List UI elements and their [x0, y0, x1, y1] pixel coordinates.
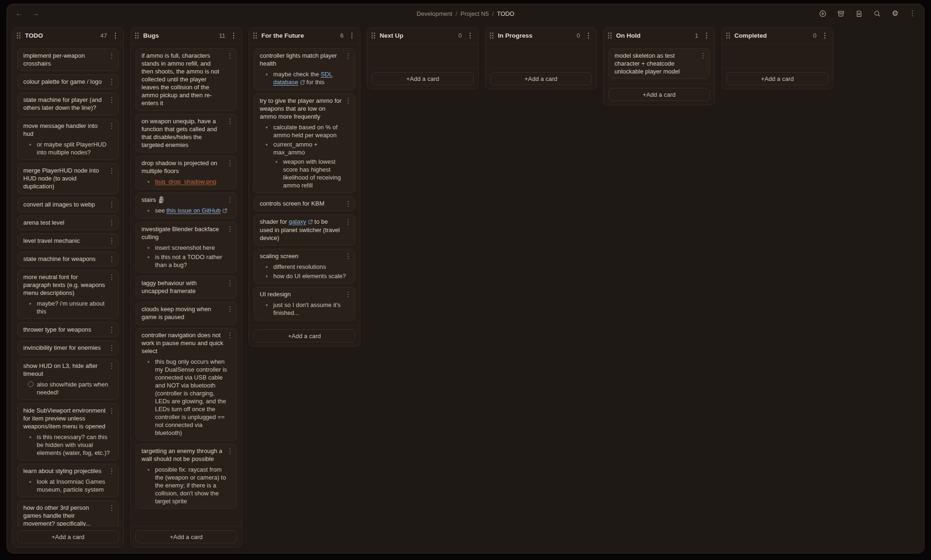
kanban-card[interactable]: colour palette for game / logo — [17, 74, 119, 89]
card-menu-icon[interactable] — [108, 219, 115, 227]
card-menu-icon[interactable] — [108, 201, 115, 208]
add-card-button[interactable]: +Add a card — [17, 530, 119, 543]
drag-handle-icon[interactable] — [490, 33, 493, 39]
column-menu-icon[interactable] — [112, 32, 119, 40]
kanban-card[interactable]: stairs 🗿see this issue on GitHub — [135, 193, 237, 219]
card-menu-icon[interactable] — [227, 160, 233, 167]
kanban-card[interactable]: investigate Blender backface cullinginse… — [135, 222, 237, 273]
kanban-card[interactable]: arena test level — [17, 215, 119, 230]
column-menu-icon[interactable] — [703, 32, 710, 40]
kanban-card[interactable]: scaling screendifferent resolutionshow d… — [254, 249, 355, 284]
card-menu-icon[interactable] — [108, 52, 115, 60]
kanban-card[interactable]: controls screen for KBM — [254, 196, 355, 211]
add-card-button[interactable]: +Add a card — [490, 72, 592, 85]
plus-circle-icon[interactable] — [818, 9, 827, 18]
card-menu-icon[interactable] — [108, 167, 115, 174]
card-menu-icon[interactable] — [108, 504, 115, 512]
drag-handle-icon[interactable] — [17, 33, 20, 39]
kanban-card[interactable]: targetting an enemy through a wall shoul… — [135, 444, 237, 509]
kanban-card[interactable]: merge PlayerHUD node into HUD node (to a… — [17, 163, 119, 194]
column-menu-icon[interactable] — [585, 32, 592, 40]
kanban-card[interactable]: state machine for player (and others lat… — [17, 93, 119, 115]
kanban-card[interactable]: show HUD on L3, hide after timeoutalso s… — [17, 359, 119, 400]
card-menu-icon[interactable] — [108, 96, 115, 104]
kanban-card[interactable]: how do other 3rd person games handle the… — [17, 500, 119, 526]
search-icon[interactable] — [873, 9, 881, 18]
drag-handle-icon[interactable] — [135, 33, 139, 39]
forward-arrow-icon[interactable]: → — [32, 9, 40, 18]
archive-icon[interactable] — [837, 9, 845, 18]
breadcrumb-item[interactable]: TODO — [497, 10, 514, 17]
kanban-card[interactable]: try to give the player ammo for weapons … — [254, 93, 355, 193]
column-menu-icon[interactable] — [467, 32, 473, 40]
card-menu-icon[interactable] — [227, 118, 233, 125]
kanban-card[interactable]: invincibility timer for enemies — [17, 340, 119, 355]
card-menu-icon[interactable] — [108, 273, 115, 281]
card-menu-icon[interactable] — [227, 280, 233, 287]
drag-handle-icon[interactable] — [608, 33, 612, 39]
add-card-button[interactable]: +Add a card — [608, 88, 710, 101]
card-menu-icon[interactable] — [227, 196, 233, 204]
card-menu-icon[interactable] — [108, 467, 115, 475]
kanban-card[interactable]: model skeleton as test character + cheat… — [608, 48, 710, 79]
drag-handle-icon[interactable] — [371, 33, 375, 39]
card-menu-icon[interactable] — [345, 253, 351, 260]
breadcrumb-item[interactable]: Project N5 — [460, 10, 489, 17]
checkbox-circle-icon[interactable] — [28, 381, 34, 387]
kanban-card[interactable]: if ammo is full, characters stands in am… — [135, 48, 237, 111]
card-menu-icon[interactable] — [345, 97, 351, 105]
document-icon[interactable] — [855, 9, 863, 18]
card-menu-icon[interactable] — [345, 291, 351, 298]
kanban-card[interactable]: convert all images to webp — [17, 197, 119, 212]
kanban-card[interactable]: controller navigation does not work in p… — [135, 328, 237, 440]
card-link[interactable]: galaxy — [289, 218, 313, 225]
kanban-card[interactable]: clouds keep moving when game is paused — [135, 302, 237, 325]
card-menu-icon[interactable] — [345, 52, 351, 60]
kanban-card[interactable]: thrower type for weapons — [17, 322, 119, 337]
card-menu-icon[interactable] — [108, 78, 115, 86]
kanban-card[interactable]: hide SubViewport environment for item pr… — [17, 403, 119, 460]
column-menu-icon[interactable] — [349, 32, 355, 40]
card-menu-icon[interactable] — [108, 407, 115, 414]
kanban-card[interactable]: level travel mechanic — [17, 233, 119, 248]
card-menu-icon[interactable] — [227, 306, 233, 313]
card-menu-icon[interactable] — [345, 218, 351, 226]
card-menu-icon[interactable] — [700, 52, 706, 60]
add-card-button[interactable]: +Add a card — [372, 72, 473, 85]
card-menu-icon[interactable] — [108, 255, 115, 263]
settings-gear-icon[interactable]: ⚙ — [891, 9, 899, 18]
breadcrumb-item[interactable]: Development — [417, 10, 452, 17]
card-link[interactable]: this issue on GitHub — [167, 207, 227, 214]
card-menu-icon[interactable] — [108, 326, 115, 333]
card-menu-icon[interactable] — [345, 200, 351, 207]
kanban-card[interactable]: state machine for weapons — [17, 252, 119, 267]
card-menu-icon[interactable] — [227, 226, 233, 233]
drag-handle-icon[interactable] — [726, 33, 730, 39]
kanban-card[interactable]: more neutral font for paragraph texts (e… — [17, 270, 119, 319]
back-arrow-icon[interactable]: ← — [15, 9, 23, 18]
card-menu-icon[interactable] — [227, 447, 233, 455]
add-card-button[interactable]: +Add a card — [727, 72, 828, 85]
kanban-card[interactable]: implement per-weapon crosshairs — [17, 48, 119, 71]
kanban-card[interactable]: shader for galaxy to be used in planet s… — [254, 214, 355, 246]
kanban-card[interactable]: learn about styling projectileslook at I… — [17, 464, 119, 497]
kanban-card[interactable]: on weapon unequip, have a function that … — [135, 114, 237, 153]
column-menu-icon[interactable] — [230, 32, 237, 40]
add-card-button[interactable]: +Add a card — [254, 329, 355, 342]
card-menu-icon[interactable] — [108, 362, 115, 370]
drag-handle-icon[interactable] — [253, 33, 257, 39]
kanban-card[interactable]: controller lights match player healthmay… — [254, 48, 355, 90]
card-link[interactable]: bug_drop_shadow.png — [155, 178, 216, 185]
card-menu-icon[interactable] — [108, 122, 115, 130]
column-menu-icon[interactable] — [822, 32, 828, 40]
card-menu-icon[interactable] — [108, 237, 115, 245]
kanban-card[interactable]: drop shadow is projected on multiple flo… — [135, 156, 237, 189]
card-menu-icon[interactable] — [108, 344, 115, 352]
kanban-card[interactable]: laggy behaviour with uncapped framerate — [135, 276, 237, 299]
card-menu-icon[interactable] — [227, 332, 233, 339]
add-card-button[interactable]: +Add a card — [135, 530, 237, 543]
card-menu-icon[interactable] — [227, 52, 233, 60]
kanban-card[interactable]: move message handler into hudor maybe sp… — [17, 119, 119, 160]
kanban-card[interactable]: UI redesignjust so I don't assume it's f… — [254, 287, 355, 320]
overflow-menu-icon[interactable] — [909, 10, 916, 17]
